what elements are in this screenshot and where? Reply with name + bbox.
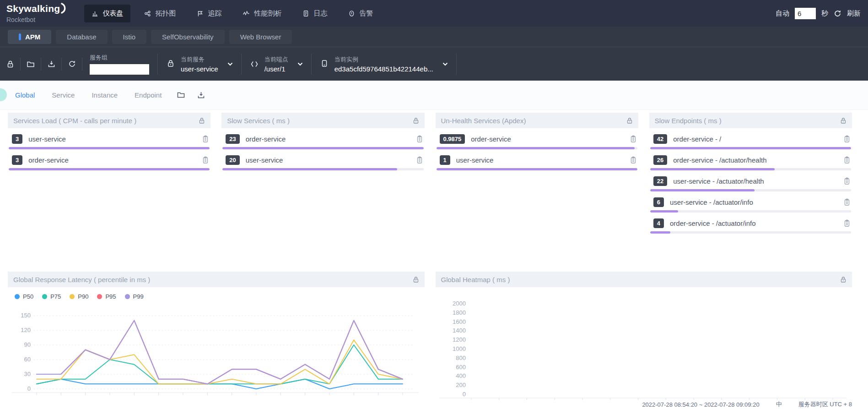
dashboard-tab-label: Database bbox=[67, 33, 96, 41]
dashboard-tab-selfobservability[interactable]: SelfObservability bbox=[151, 30, 225, 44]
legend-item-p75[interactable]: P75 bbox=[42, 293, 61, 300]
lock-icon[interactable] bbox=[413, 276, 419, 283]
menu-item-profile[interactable]: 性能剖析 bbox=[235, 5, 289, 22]
current-endpoint-selector[interactable]: 当前端点 /user/1 bbox=[242, 55, 311, 73]
svg-text:800: 800 bbox=[456, 354, 466, 361]
heatmap-chart[interactable]: 0200400600800100012001400160018002000 bbox=[439, 287, 846, 400]
menu-item-label: 拓扑图 bbox=[155, 9, 176, 18]
list-item: 26 order-service - /actuator/health bbox=[649, 149, 852, 170]
endpoint-name[interactable]: order-service - / bbox=[673, 135, 838, 143]
copy-icon[interactable] bbox=[844, 135, 850, 143]
menu-item-log[interactable]: 日志 bbox=[295, 5, 334, 22]
tab-global[interactable]: Global bbox=[15, 91, 35, 99]
svg-text:600: 600 bbox=[456, 364, 466, 371]
copy-icon[interactable] bbox=[844, 156, 850, 164]
refresh-button[interactable]: 刷新 bbox=[847, 9, 861, 18]
time-range[interactable]: 2022-07-28 08:54:20 ~ 2022-07-28 09:09:2… bbox=[642, 401, 759, 408]
copy-icon[interactable] bbox=[202, 135, 209, 143]
legend-item-p95[interactable]: P95 bbox=[97, 293, 116, 300]
card-title: Slow Endpoints ( ms ) bbox=[655, 117, 722, 125]
menu-item-label: 日志 bbox=[313, 9, 327, 18]
svg-text:0: 0 bbox=[462, 391, 465, 398]
list-item: 6 user-service - /actuator/info bbox=[649, 191, 852, 213]
service-name[interactable]: user-service bbox=[246, 156, 410, 164]
legend-item-p50[interactable]: P50 bbox=[15, 293, 33, 300]
service-name[interactable]: order-service bbox=[28, 156, 196, 164]
service-group-input[interactable] bbox=[90, 64, 149, 75]
import-dashboard-icon[interactable] bbox=[177, 91, 185, 99]
dashboard-tab-web-browser[interactable]: Web Browser bbox=[229, 30, 292, 44]
metric-bar bbox=[650, 231, 670, 234]
auto-refresh-toggle[interactable]: 自动 bbox=[776, 9, 789, 18]
current-service-selector[interactable]: 当前服务 user-service bbox=[158, 55, 241, 73]
service-name[interactable]: order-service bbox=[471, 135, 624, 143]
menu-item-trace[interactable]: 追踪 bbox=[189, 5, 229, 22]
dashboard-tab-istio[interactable]: Istio bbox=[112, 30, 147, 44]
current-instance-selector[interactable]: 当前实例 ed3a5cfd59764851b422144eb... bbox=[312, 55, 456, 73]
value-badge: 22 bbox=[653, 176, 667, 186]
menu-item-label: 性能剖析 bbox=[254, 9, 281, 18]
latency-line-chart[interactable]: 0306090120150 bbox=[11, 305, 419, 400]
refresh-controls: 自动 秒 刷新 bbox=[776, 8, 861, 19]
legend-dot bbox=[15, 294, 20, 299]
copy-icon[interactable] bbox=[202, 156, 209, 164]
reload-templates-button[interactable] bbox=[62, 60, 82, 68]
service-name[interactable]: order-service bbox=[246, 135, 410, 143]
code-brackets-icon bbox=[250, 60, 259, 68]
card-title: Global Heatmap ( ms ) bbox=[441, 276, 510, 284]
refresh-interval-input[interactable] bbox=[795, 8, 816, 19]
list-item: 0.9875 order-service bbox=[436, 128, 638, 149]
lock-icon[interactable] bbox=[199, 117, 205, 124]
tab-instance[interactable]: Instance bbox=[92, 91, 118, 99]
card-header: Un-Health Services (Apdex) bbox=[436, 113, 638, 128]
card-slow-endpoints: Slow Endpoints ( ms ) 42 order-service -… bbox=[649, 113, 852, 234]
lock-icon[interactable] bbox=[626, 117, 633, 124]
endpoint-name[interactable]: order-service - /actuator/info bbox=[670, 219, 838, 227]
lock-edit-button[interactable] bbox=[0, 60, 20, 68]
import-template-button[interactable] bbox=[21, 60, 41, 68]
lock-icon[interactable] bbox=[840, 276, 846, 283]
service-group-field: 服务组 bbox=[90, 54, 149, 75]
dashboard-icon bbox=[92, 10, 98, 17]
copy-icon[interactable] bbox=[844, 177, 850, 185]
language-toggle[interactable]: 中 bbox=[776, 400, 782, 409]
menu-item-topology[interactable]: 拓扑图 bbox=[137, 5, 183, 22]
list-item: 3 order-service bbox=[8, 149, 210, 170]
charts-row: Global Response Latency ( percentile in … bbox=[8, 272, 852, 400]
legend-dot bbox=[42, 294, 47, 299]
copy-icon[interactable] bbox=[416, 156, 423, 164]
tab-service[interactable]: Service bbox=[52, 91, 75, 99]
export-dashboard-icon[interactable] bbox=[197, 91, 205, 99]
endpoint-name[interactable]: user-service - /actuator/health bbox=[673, 177, 838, 185]
service-name[interactable]: user-service bbox=[28, 135, 196, 143]
tab-endpoint[interactable]: Endpoint bbox=[135, 91, 162, 99]
copy-icon[interactable] bbox=[416, 135, 423, 143]
trace-icon bbox=[197, 10, 204, 17]
card-global-response-latency: Global Response Latency ( percentile in … bbox=[8, 272, 425, 400]
legend-item-p99[interactable]: P99 bbox=[125, 293, 144, 300]
lock-icon[interactable] bbox=[840, 117, 846, 124]
svg-text:60: 60 bbox=[24, 356, 31, 363]
export-template-button[interactable] bbox=[41, 60, 61, 68]
refresh-icon[interactable] bbox=[834, 10, 841, 17]
lock-icon[interactable] bbox=[413, 117, 419, 124]
menu-item-dashboard[interactable]: 仪表盘 bbox=[84, 5, 130, 22]
svg-text:0: 0 bbox=[27, 385, 31, 392]
copy-icon[interactable] bbox=[844, 219, 850, 227]
copy-icon[interactable] bbox=[630, 135, 636, 143]
service-name[interactable]: user-service bbox=[456, 156, 624, 164]
edge-handle-decoration bbox=[0, 88, 7, 101]
legend-item-p90[interactable]: P90 bbox=[70, 293, 88, 300]
endpoint-name[interactable]: order-service - /actuator/health bbox=[673, 156, 838, 164]
topology-icon bbox=[144, 10, 151, 17]
dashboard-tab-apm[interactable]: APM bbox=[8, 30, 51, 44]
rocket-swoosh-icon bbox=[61, 3, 68, 16]
svg-text:1200: 1200 bbox=[453, 336, 466, 343]
card-header: Slow Services ( ms ) bbox=[221, 113, 424, 128]
menu-item-alarm[interactable]: 告警 bbox=[341, 5, 380, 22]
endpoint-name[interactable]: user-service - /actuator/info bbox=[670, 198, 838, 206]
copy-icon[interactable] bbox=[844, 198, 850, 206]
dashboard-tab-database[interactable]: Database bbox=[56, 30, 107, 44]
copy-icon[interactable] bbox=[630, 156, 636, 164]
service-group-label: 服务组 bbox=[90, 54, 149, 62]
